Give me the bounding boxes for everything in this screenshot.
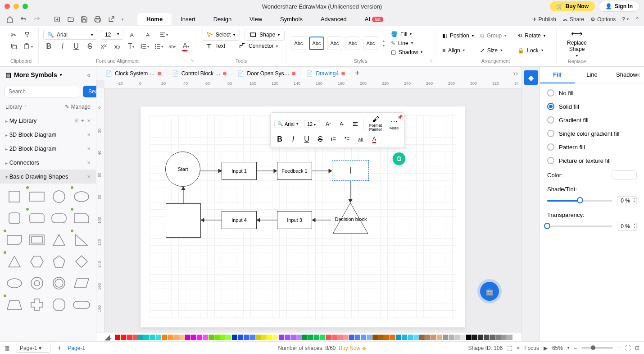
color-swatch[interactable] <box>378 335 384 340</box>
export-icon[interactable] <box>106 14 117 25</box>
tab-home[interactable]: Home <box>137 13 172 25</box>
color-swatch[interactable] <box>331 335 337 340</box>
color-swatch[interactable] <box>419 335 425 340</box>
tabs-overflow-icon[interactable]: ›› <box>513 69 518 78</box>
color-swatch[interactable] <box>372 335 378 340</box>
superscript-icon[interactable]: x² <box>98 41 109 52</box>
collapse-sidebar-icon[interactable]: « <box>87 71 91 78</box>
color-swatch[interactable] <box>466 335 472 340</box>
shape-diamond[interactable] <box>72 252 91 271</box>
shape-frame[interactable] <box>27 230 47 249</box>
collapse-ribbon-icon[interactable]: ⌃ <box>635 16 639 23</box>
add-icon[interactable]: + <box>81 117 85 124</box>
shape-snip-rect2[interactable] <box>5 230 24 249</box>
right-tab-fill[interactable]: Fill <box>540 67 575 83</box>
transparency-slider[interactable] <box>547 225 612 227</box>
mini-bold-icon[interactable]: B <box>274 134 285 145</box>
mini-decrease-font-icon[interactable]: A- <box>336 119 347 129</box>
tab-symbols[interactable]: Symbols <box>271 13 312 25</box>
shape-trapezoid[interactable] <box>5 295 24 314</box>
color-swatch[interactable] <box>355 335 360 340</box>
shape-hexagon[interactable] <box>27 252 47 271</box>
shape-triangle[interactable] <box>50 230 69 249</box>
mini-strike-icon[interactable]: S <box>315 134 326 145</box>
color-swatch[interactable] <box>127 335 132 340</box>
shadow-dropdown[interactable]: ▢Shadow▾ <box>389 48 424 56</box>
mini-font-select[interactable]: 🔍Arial▾ <box>274 120 301 128</box>
layers-icon[interactable]: ⬚ <box>507 345 512 351</box>
transparency-value-input[interactable]: 0 %▴▾ <box>617 222 637 231</box>
shape-selected-editing[interactable] <box>332 160 369 181</box>
color-swatch[interactable] <box>490 335 495 340</box>
color-swatch[interactable] <box>472 335 477 340</box>
text-direction-icon[interactable]: T▾ <box>126 41 136 52</box>
doc-tab-door[interactable]: 📄Door Open Sys… <box>232 69 301 78</box>
shape-input1[interactable]: Input 1 <box>222 162 257 180</box>
style-preset-4[interactable]: Abc <box>345 37 360 50</box>
color-swatch[interactable] <box>255 335 261 340</box>
mini-italic-icon[interactable]: I <box>288 134 299 145</box>
color-picker[interactable] <box>612 170 637 179</box>
strikethrough-icon[interactable]: S <box>84 41 95 52</box>
fill-dropdown[interactable]: 🪣Fill▾ <box>389 30 424 38</box>
minimize-window[interactable] <box>14 4 19 9</box>
shape-start[interactable]: Start <box>165 152 200 187</box>
redo-icon[interactable] <box>32 14 42 25</box>
fullscreen-icon[interactable]: ⊡ <box>635 345 639 351</box>
zoom-out-button[interactable]: − <box>574 345 577 351</box>
color-swatch[interactable] <box>279 335 284 340</box>
resize-handle-icon[interactable]: ⤡ <box>404 145 407 150</box>
mini-line-spacing-icon[interactable] <box>328 134 339 145</box>
shape-rounded-rect[interactable] <box>27 209 47 228</box>
text-case-icon[interactable]: ab▾ <box>167 41 177 52</box>
decrease-font-icon[interactable]: A- <box>142 29 154 41</box>
color-swatch[interactable] <box>267 335 272 340</box>
shape-double-circle[interactable] <box>50 274 69 293</box>
color-swatch[interactable] <box>396 335 401 340</box>
style-gallery-more[interactable]: ▴▾ <box>383 39 385 48</box>
color-swatch[interactable] <box>314 335 319 340</box>
canvas[interactable]: Start Input 1 Feedback 1 Input 4 Input 3… <box>104 88 522 332</box>
style-preset-1[interactable]: Abc <box>291 37 306 50</box>
sidebar-cat-2d[interactable]: ▸ 2D Block Diagram × <box>0 142 96 156</box>
text-tool[interactable]: Text <box>201 41 230 51</box>
position-dropdown[interactable]: ◧Position▾ <box>440 29 476 43</box>
align-dropdown[interactable]: ≡Align▾ <box>440 44 476 58</box>
color-swatch[interactable] <box>495 335 501 340</box>
color-swatch[interactable] <box>367 335 372 340</box>
color-swatch[interactable] <box>361 335 366 340</box>
presentation-icon[interactable]: ▶ <box>544 345 548 351</box>
shape-right-triangle[interactable] <box>72 230 91 249</box>
line-dropdown[interactable]: ✎Line▾ <box>389 39 424 47</box>
align-icon[interactable]: ▾ <box>158 29 169 41</box>
shape-oval[interactable] <box>5 274 24 293</box>
fill-option-pattern[interactable]: Pattern fill <box>547 143 637 151</box>
doc-tab-clock[interactable]: 📄Clock System … <box>100 69 167 78</box>
size-dropdown[interactable]: ⤢Size▾ <box>477 44 514 58</box>
font-color-icon[interactable]: A▾ <box>181 41 191 52</box>
color-swatch[interactable] <box>173 335 179 340</box>
tab-insert[interactable]: Insert <box>172 13 204 25</box>
shape-input3[interactable]: Input 3 <box>277 211 312 229</box>
line-spacing-icon[interactable]: ▾ <box>139 41 150 52</box>
color-swatch[interactable] <box>478 335 483 340</box>
page-layout-icon[interactable]: ▥ <box>5 345 9 351</box>
color-swatch[interactable] <box>460 335 466 340</box>
color-swatch[interactable] <box>249 335 255 340</box>
font-family-select[interactable]: 🔍Arial▾ <box>43 30 97 40</box>
publish-button[interactable]: ✈Publish <box>532 16 556 23</box>
shape-pentagon[interactable] <box>50 252 69 271</box>
options-button[interactable]: ⚙Options <box>590 16 616 23</box>
color-swatch[interactable] <box>214 335 220 340</box>
mini-bullets-icon[interactable] <box>342 134 353 145</box>
page-tab[interactable]: Page-1 <box>68 345 85 351</box>
tab-design[interactable]: Design <box>204 13 240 25</box>
focus-target-icon[interactable]: ⌖ <box>517 345 520 351</box>
color-swatch[interactable] <box>449 335 454 340</box>
close-icon[interactable]: × <box>87 145 91 152</box>
color-swatch[interactable] <box>454 335 460 340</box>
cut-icon[interactable]: ✂ <box>8 29 20 41</box>
zoom-in-button[interactable]: + <box>617 345 621 351</box>
shape-feedback1[interactable]: Feedback 1 <box>277 162 312 180</box>
color-swatch[interactable] <box>156 335 161 340</box>
